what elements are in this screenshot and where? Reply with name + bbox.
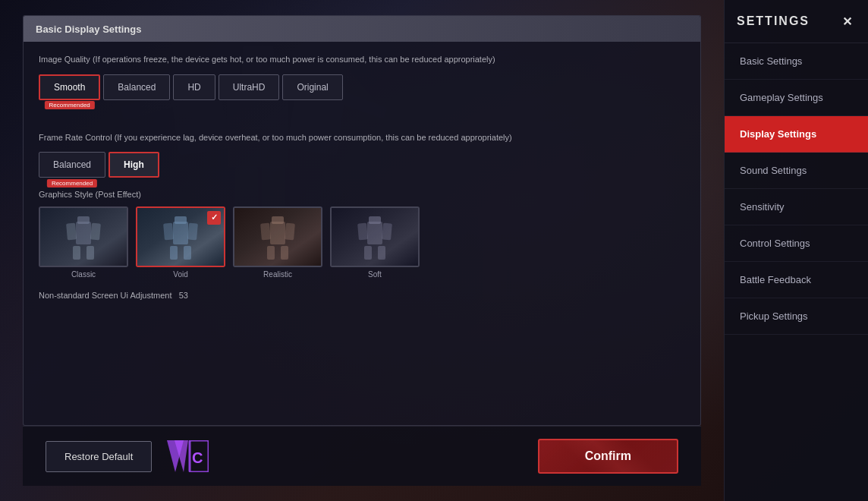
quality-btn-smooth[interactable]: Smooth Recommended [39, 74, 100, 100]
sidebar-header: SETTINGS ✕ [725, 0, 868, 43]
graphics-thumb-realistic[interactable]: Realistic [233, 206, 322, 279]
sidebar: SETTINGS ✕ Basic Settings Gameplay Setti… [724, 0, 868, 501]
screen-adj: Non-standard Screen Ui Adjustment 53 [39, 291, 685, 300]
sidebar-item-display[interactable]: Display Settings [725, 116, 868, 153]
confirm-button[interactable]: Confirm [538, 439, 678, 474]
quality-btn-original[interactable]: Original [282, 74, 342, 100]
quality-btn-ultrahd[interactable]: UltraHD [219, 74, 280, 100]
thumb-realistic-label: Realistic [263, 270, 292, 279]
sidebar-item-basic[interactable]: Basic Settings [725, 43, 868, 80]
framerate-label: Frame Rate Control (If you experience la… [39, 132, 685, 143]
quality-buttons: Smooth Recommended Balanced HD UltraHD O… [39, 74, 685, 100]
logo-area: C [167, 440, 212, 474]
thumb-soft-label: Soft [368, 270, 382, 279]
close-button[interactable]: ✕ [838, 12, 856, 30]
graphics-thumb-void[interactable]: ✓ [136, 206, 225, 279]
recommended-badge-balanced: Recommended [47, 179, 97, 187]
quality-btn-balanced[interactable]: Balanced [103, 74, 170, 100]
framerate-btn-balanced[interactable]: Balanced Recommended [39, 152, 105, 178]
panel-content: Image Quality (If operations freeze, the… [24, 42, 700, 425]
restore-default-button[interactable]: Restore Default [46, 441, 152, 472]
sidebar-item-battle[interactable]: Battle Feedback [725, 262, 868, 298]
framerate-btn-high[interactable]: High [108, 152, 159, 178]
graphics-style-label: Graphics Style (Post Effect) [39, 190, 685, 199]
panel-title: Basic Display Settings [36, 24, 141, 35]
svg-text:C: C [192, 449, 203, 466]
sidebar-item-gameplay[interactable]: Gameplay Settings [725, 80, 868, 116]
thumb-void-label: Void [173, 270, 187, 279]
sidebar-nav: Basic Settings Gameplay Settings Display… [725, 43, 868, 501]
thumb-soft-img [330, 206, 420, 267]
graphics-thumb-soft[interactable]: Soft [330, 206, 420, 279]
framerate-buttons: Balanced Recommended High [39, 152, 685, 178]
sidebar-item-pickup[interactable]: Pickup Settings [725, 298, 868, 335]
void-check: ✓ [207, 211, 221, 225]
sidebar-title: SETTINGS [737, 14, 810, 28]
thumb-void-img: ✓ [136, 206, 225, 267]
main-panel: Basic Display Settings Image Quality (If… [0, 0, 724, 501]
panel-title-bar: Basic Display Settings [24, 16, 700, 42]
sidebar-item-sound[interactable]: Sound Settings [725, 153, 868, 189]
thumb-classic-label: Classic [71, 270, 96, 279]
sidebar-item-sensitivity[interactable]: Sensitivity [725, 189, 868, 225]
quality-btn-hd[interactable]: HD [173, 74, 215, 100]
graphics-thumbnails: Classic ✓ [39, 206, 685, 279]
recommended-badge-smooth: Recommended [45, 101, 95, 109]
settings-panel: Basic Display Settings Image Quality (If… [23, 15, 701, 426]
bottom-bar: Restore Default C Confirm [23, 426, 701, 486]
image-quality-label: Image Quality (If operations freeze, the… [39, 54, 685, 65]
sidebar-item-control[interactable]: Control Settings [725, 225, 868, 262]
graphics-thumb-classic[interactable]: Classic [39, 206, 128, 279]
thumb-classic-img [39, 206, 128, 267]
thumb-realistic-img [233, 206, 322, 267]
